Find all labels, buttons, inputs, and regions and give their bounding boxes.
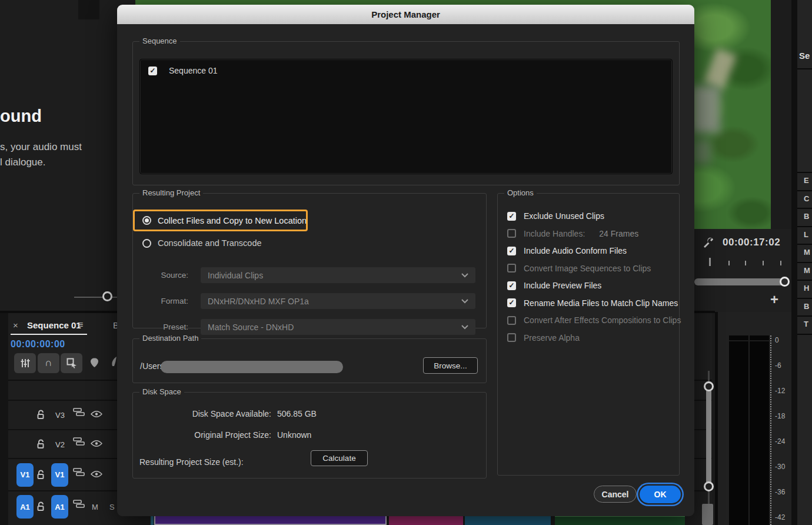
target-track-badge[interactable]: V1 [51,463,68,487]
program-zoom-handle[interactable] [780,277,790,287]
option-row[interactable]: Preserve Alpha [507,333,679,343]
lock-icon[interactable] [36,410,45,420]
dropdown[interactable]: Match Source - DNxHD [201,319,475,335]
dropdown[interactable]: DNxHR/DNxHD MXF OP1a [201,293,475,309]
dialog-titlebar[interactable]: Project Manager [117,5,694,24]
checkbox[interactable]: ✓ [507,212,516,221]
field-row: Preset:Match Source - DNxHD [133,319,486,335]
checkbox[interactable] [507,316,516,325]
left-panel-heading-fragment: ound [0,107,42,126]
option-row[interactable]: ✓Exclude Unused Clips [507,211,679,221]
timeline-settings-icon [20,358,31,368]
option-row[interactable]: Convert After Effects Compositions to Cl… [507,315,679,325]
lock-icon[interactable] [36,439,45,449]
track-name: V3 [55,411,65,420]
vertical-scrollbar-thumb[interactable] [706,386,711,489]
right-row-fragment[interactable]: M [804,266,810,275]
dark-patch [78,0,99,19]
track-targeting-icon[interactable] [73,408,86,417]
dropdown-value: Match Source - DNxHD [208,323,461,332]
options-group: Options ✓Exclude Unused ClipsInclude Han… [497,193,680,476]
timeline-settings-button[interactable] [14,353,36,373]
right-row-divider [797,280,812,281]
dialog-title: Project Manager [371,9,440,19]
timeline-left-strip [0,313,8,525]
lock-icon[interactable] [36,470,45,480]
right-row-fragment[interactable]: L [804,230,808,239]
option-row[interactable]: ✓Include Preview Files [507,281,679,290]
eye-icon[interactable] [91,440,102,447]
right-row-fragment[interactable]: B [804,302,809,311]
ok-button[interactable]: OK [640,486,681,503]
clip-fragment[interactable] [151,516,154,525]
ok-button-label: OK [654,490,667,499]
right-row-divider [797,298,812,299]
track-targeting-icon[interactable] [73,468,86,477]
meter-scale-label: -36 [775,488,785,496]
right-row-fragment[interactable]: B [804,212,809,221]
checkbox[interactable] [507,229,516,238]
cancel-button[interactable]: Cancel [594,486,637,503]
dropdown-value: Individual Clips [208,271,461,280]
meter-tick-scale [770,335,771,525]
browse-button[interactable]: Browse... [423,357,478,374]
option-row[interactable]: Convert Image Sequences to Clips [507,264,679,273]
right-row-divider [797,208,812,209]
program-timecode: 00:00:17:02 [723,237,780,248]
checkbox[interactable]: ✓ [507,281,516,290]
timeline-clip[interactable] [555,515,685,525]
scrollbar-handle-bottom[interactable] [704,481,714,491]
scrollbar-handle-top[interactable] [704,381,714,391]
panel-menu-icon[interactable]: ≡ [78,320,83,330]
checkbox[interactable]: ✓ [507,247,516,255]
source-track-badge[interactable]: V1 [16,463,34,487]
source-track-badge[interactable]: A1 [16,495,34,519]
dropdown[interactable]: Individual Clips [201,267,475,283]
right-row-divider [797,226,812,227]
cancel-button-label: Cancel [602,490,629,499]
active-tab-underline [11,334,87,335]
close-tab-icon[interactable]: × [13,320,18,330]
horizontal-scrollbar-handle[interactable] [102,291,112,301]
right-row-fragment[interactable]: C [804,194,809,203]
track-targeting-icon[interactable] [73,437,86,446]
linked-selection-button[interactable] [61,353,82,373]
solo-button[interactable]: S [109,503,115,511]
timeline-clip[interactable] [465,515,551,525]
timeline-clip[interactable] [389,515,463,525]
settings-wrench-icon[interactable] [702,237,715,250]
snap-button[interactable]: ∩ [38,353,59,373]
chevron-down-icon [461,325,468,330]
right-row-fragment[interactable]: H [804,284,809,293]
horizontal-scrollbar-track[interactable] [74,297,124,298]
option-row[interactable]: Include Handles:24 Frames [507,229,679,238]
radio-option[interactable]: Collect Files and Copy to New Location [133,210,308,231]
checkbox[interactable] [507,264,516,273]
eye-icon[interactable] [91,470,102,478]
target-track-badge[interactable]: A1 [51,495,68,519]
checkbox[interactable]: ✓ [148,67,157,75]
checkbox[interactable] [507,333,516,342]
marker-icon[interactable] [89,357,99,368]
option-row[interactable]: ✓Include Audio Conform Files [507,246,679,255]
destination-group: Destination Path /Users Browse... [132,338,487,383]
option-row[interactable]: ✓Rename Media Files to Match Clip Names [507,298,679,308]
checkbox[interactable]: ✓ [507,298,516,307]
lock-icon[interactable] [36,501,45,511]
mute-button[interactable]: M [92,503,98,511]
dropdown-value: DNxHR/DNxHD MXF OP1a [208,297,461,306]
sequence-item[interactable]: ✓Sequence 01 [140,59,672,82]
radio-option[interactable]: Consolidate and Transcode [142,238,262,248]
program-zoom-scrollbar[interactable] [694,278,787,285]
right-row-fragment[interactable]: M [804,248,810,257]
timeline-tab-title[interactable]: Sequence 01 [27,320,81,330]
track-targeting-icon[interactable] [73,500,86,509]
sequence-list[interactable]: ✓Sequence 01 [139,59,673,174]
add-button-icon[interactable]: + [770,291,778,308]
destination-path-redacted [161,361,343,373]
right-row-fragment[interactable]: E [804,176,809,185]
right-row-fragment[interactable]: T [804,320,808,328]
video-rocks-2 [693,140,711,164]
calculate-button[interactable]: Calculate [311,450,368,466]
eye-icon[interactable] [91,410,102,418]
